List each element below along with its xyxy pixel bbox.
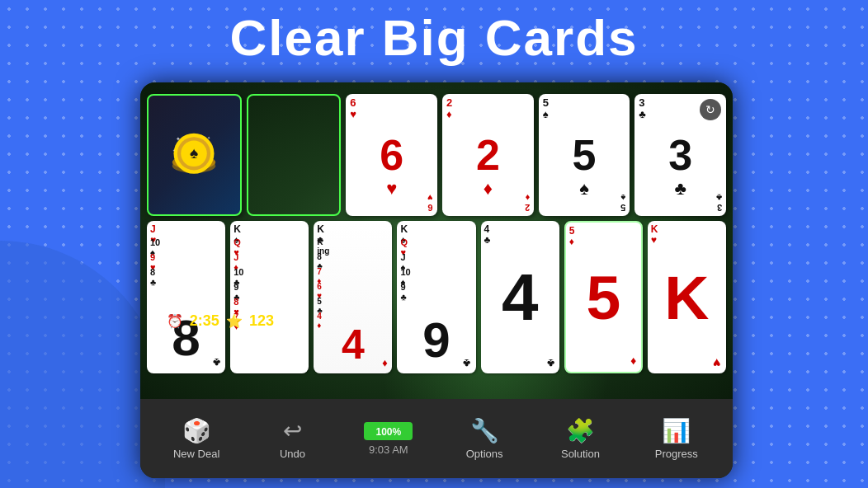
card-suit-bottom: ♦ xyxy=(484,178,493,199)
mini-label-5: 9♣ xyxy=(400,282,406,302)
card-bottom-label: 3♣ xyxy=(716,193,722,213)
card-center-big: 9 xyxy=(422,312,450,368)
card-top-label: 2♦ xyxy=(446,97,452,121)
time-display: 100% 9:03 AM xyxy=(356,422,422,456)
score-value: 123 xyxy=(249,312,274,330)
time-label: 9:03 AM xyxy=(369,443,408,456)
column-7[interactable]: K♥ K ♥ xyxy=(648,221,726,394)
chip-icon: ♠ ✦ ✦ ✦ xyxy=(165,126,223,184)
stack-card-5-diamonds[interactable]: 5♦ 5 ♦ xyxy=(564,221,643,373)
card-suit-br: ♣ xyxy=(547,357,554,370)
card-suit-br: ♦ xyxy=(630,355,636,368)
card-empty-slot xyxy=(247,94,342,216)
page-title: Clear Big Cards xyxy=(0,8,868,67)
new-deal-icon: 🎲 xyxy=(182,417,211,444)
column-6[interactable]: 5♦ 5 ♦ xyxy=(564,221,643,394)
card-top-label: 3♣ xyxy=(639,97,646,121)
undo-label: Undo xyxy=(280,448,305,460)
timer-value: 2:35 xyxy=(190,312,219,330)
new-deal-button[interactable]: 🎲 New Deal xyxy=(163,417,229,460)
column-3[interactable]: K♣ King 8♣ 7♦ 6♥ 5♣ 4♦ 4 ♦ xyxy=(314,221,392,394)
card-suit-br: ♣ xyxy=(213,356,220,369)
stack-card-k-hearts[interactable]: K♥ K ♥ xyxy=(648,221,726,373)
mini-label-4: 8♣ xyxy=(150,267,156,287)
card-bottom-label: 6♥ xyxy=(427,193,433,213)
mini-label-top: K♥ xyxy=(651,224,658,246)
card-suit-bottom: ♠ xyxy=(579,178,589,199)
card-suit-br: ♣ xyxy=(463,357,470,370)
card-top-label: 5♠ xyxy=(543,97,549,121)
mini-label-top: 5♦ xyxy=(569,226,575,247)
card-center-value: 2 xyxy=(476,134,500,176)
new-deal-label: New Deal xyxy=(173,448,219,460)
mini-label-7: 4♦ xyxy=(317,312,322,330)
progress-icon: 📊 xyxy=(662,417,691,444)
chevron-down-icon[interactable]: ▼ xyxy=(147,314,160,329)
progress-button[interactable]: 📊 Progress xyxy=(644,417,710,460)
timer-icon: ⏰ xyxy=(167,313,183,329)
mini-label-top: 4♣ xyxy=(484,224,491,246)
column-4[interactable]: K♠ Q♥ J♠ 10♠ 9♣ 9 ♣ xyxy=(397,221,475,394)
card-dark-chip[interactable]: ♠ ✦ ✦ ✦ xyxy=(147,94,242,216)
stack-card-k-diamonds[interactable]: K♣ King 8♣ 7♦ 6♥ 5♣ 4♦ 4 ♦ xyxy=(314,221,392,373)
progress-label: Progress xyxy=(655,448,698,460)
svg-text:♠: ♠ xyxy=(190,144,198,162)
column-1[interactable]: J♥ 10♠ 9♥ 8♣ 8 ♣ xyxy=(147,221,225,394)
card-center-value: 3 xyxy=(668,134,692,176)
card-top-label: 6♥ xyxy=(350,97,356,121)
star-icon: ⭐ xyxy=(226,313,243,329)
game-container: ♠ ✦ ✦ ✦ 6♥ 6 ♥ 6♥ 2♦ 2 ♦ 2♦ xyxy=(140,82,733,478)
options-button[interactable]: 🔧 Options xyxy=(451,417,517,460)
replay-icon[interactable]: ↻ xyxy=(700,99,721,120)
undo-icon: ↩ xyxy=(283,417,302,444)
stack-card-ks2[interactable]: K♠ Q♥ J♠ 10♠ 9♣ 9 ♣ xyxy=(397,221,475,373)
card-center-big: 5 xyxy=(586,262,620,333)
options-label: Options xyxy=(466,448,503,460)
status-bar: ▼ ⏰ 2:35 ⭐ 123 xyxy=(147,312,274,330)
stack-card-j-hearts[interactable]: J♥ 10♠ 9♥ 8♣ 8 ♣ xyxy=(147,221,225,373)
card-suit-bottom: ♣ xyxy=(674,178,686,199)
solution-icon: 🧩 xyxy=(566,417,595,444)
card-bottom-label: 2♦ xyxy=(525,193,530,213)
svg-text:✦: ✦ xyxy=(207,135,210,140)
card-bottom-label: 5♠ xyxy=(620,193,625,213)
game-area: ♠ ✦ ✦ ✦ 6♥ 6 ♥ 6♥ 2♦ 2 ♦ 2♦ xyxy=(140,82,733,409)
card-center-value: 5 xyxy=(573,134,597,176)
column-5[interactable]: 4♣ 4 ♣ xyxy=(481,221,559,394)
card-center-value: 6 xyxy=(380,134,403,176)
card-suit-br: ♦ xyxy=(382,358,388,370)
card-6-hearts[interactable]: 6♥ 6 ♥ 6♥ xyxy=(346,94,437,216)
card-center-big: K xyxy=(664,262,709,333)
svg-text:✦: ✦ xyxy=(176,136,181,142)
solution-label: Solution xyxy=(561,448,600,460)
card-center-big: 4 xyxy=(502,260,539,336)
card-suit-bottom: ♥ xyxy=(386,178,397,199)
toolbar: 🎲 New Deal ↩ Undo 100% 9:03 AM 🔧 Options… xyxy=(140,399,733,478)
card-3-clubs[interactable]: 3♣ 3 ♣ 3♣ ↻ xyxy=(634,94,726,216)
column-2[interactable]: K♠ Q♥ J♦ 10♣ 9♣ 8♥ 7♥ xyxy=(230,221,309,394)
stack-card-4-clubs[interactable]: 4♣ 4 ♣ xyxy=(481,221,559,373)
undo-button[interactable]: ↩ Undo xyxy=(259,417,325,460)
top-cards-row: ♠ ✦ ✦ ✦ 6♥ 6 ♥ 6♥ 2♦ 2 ♦ 2♦ xyxy=(147,94,726,216)
battery-label: 100% xyxy=(370,425,406,439)
stack-card-k-spades[interactable]: K♠ Q♥ J♦ 10♣ 9♣ 8♥ 7♥ xyxy=(230,221,309,373)
bottom-cards-row: J♥ 10♠ 9♥ 8♣ 8 ♣ K♠ Q♥ J♦ 10♣ 9♣ 8♥ xyxy=(147,221,726,394)
card-center-big: 4 xyxy=(342,321,365,368)
card-5-spades[interactable]: 5♠ 5 ♠ 5♠ xyxy=(539,94,630,216)
card-2-diamonds[interactable]: 2♦ 2 ♦ 2♦ xyxy=(442,94,534,216)
battery-icon: 100% xyxy=(364,422,413,440)
options-icon: 🔧 xyxy=(470,417,499,444)
card-suit-br: ♥ xyxy=(713,355,721,370)
solution-button[interactable]: 🧩 Solution xyxy=(547,417,613,460)
